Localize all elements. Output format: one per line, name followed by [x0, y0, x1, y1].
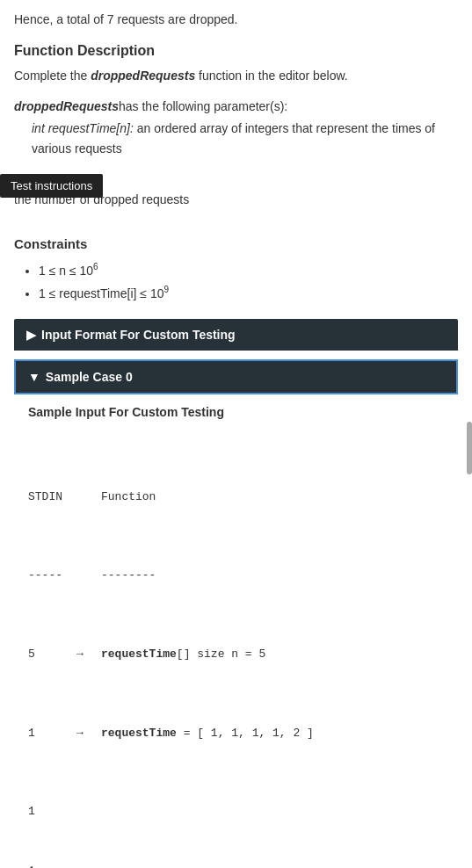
sample-case-0-label: Sample Case 0 — [46, 370, 133, 384]
stdin-header: STDIN — [28, 487, 76, 507]
sample-case-0-block: ▼ Sample Case 0 Sample Input For Custom … — [14, 359, 458, 868]
param-entry: int requestTime[n]: an ordered array of … — [32, 119, 458, 158]
constraints-title: Constraints — [14, 236, 458, 251]
func-header: Function — [101, 487, 156, 507]
sample-case-0-arrow: ▼ — [28, 370, 40, 384]
sample-input-title-0: Sample Input For Custom Testing — [28, 405, 444, 419]
code-header-row: STDIN Function — [28, 487, 444, 507]
sample-case-0-content: Sample Input For Custom Testing STDIN Fu… — [14, 394, 458, 868]
constraint-item-1: 1 ≤ n ≤ 106 — [39, 260, 458, 283]
input-format-block: ▶ Input Format For Custom Testing — [14, 319, 458, 351]
params-title: droppedRequestshas the following paramet… — [14, 99, 458, 113]
constraints-section: Constraints 1 ≤ n ≤ 106 1 ≤ requestTime[… — [14, 236, 458, 306]
code-extra-row-1: 1 — [28, 801, 444, 821]
code-data-row-1: 5 → requestTime[] size n = 5 — [28, 644, 444, 664]
func-divider: -------- — [101, 565, 156, 585]
params-has-label: has the following parameter(s): — [119, 99, 287, 113]
params-section: droppedRequestshas the following paramet… — [14, 99, 458, 158]
code-data-row-2: 1 → requestTime = [ 1, 1, 1, 1, 2 ] — [28, 723, 444, 743]
input-format-arrow: ▶ — [26, 328, 36, 342]
code-divider-row: ----- -------- — [28, 565, 444, 585]
sample-case-0-header[interactable]: ▼ Sample Case 0 — [14, 359, 458, 394]
input-format-header[interactable]: ▶ Input Format For Custom Testing — [14, 319, 458, 351]
code-extra-row-2: 1 — [28, 861, 444, 868]
function-description-section: Function Description Complete the droppe… — [14, 43, 458, 85]
function-description-text: Complete the droppedRequests function in… — [14, 66, 458, 85]
constraints-list: 1 ≤ n ≤ 106 1 ≤ requestTime[i] ≤ 109 — [14, 260, 458, 306]
input-format-label: Input Format For Custom Testing — [41, 328, 236, 342]
scrollbar[interactable] — [467, 422, 472, 474]
stdin-divider: ----- — [28, 565, 76, 585]
function-description-title: Function Description — [14, 43, 458, 59]
constraint-item-2: 1 ≤ requestTime[i] ≤ 109 — [39, 282, 458, 305]
test-instructions-tooltip[interactable]: Test instructions — [0, 174, 103, 198]
intro-text: Hence, a total of 7 requests are dropped… — [14, 11, 458, 29]
code-table-0: STDIN Function ----- -------- 5 → reques… — [28, 428, 444, 868]
